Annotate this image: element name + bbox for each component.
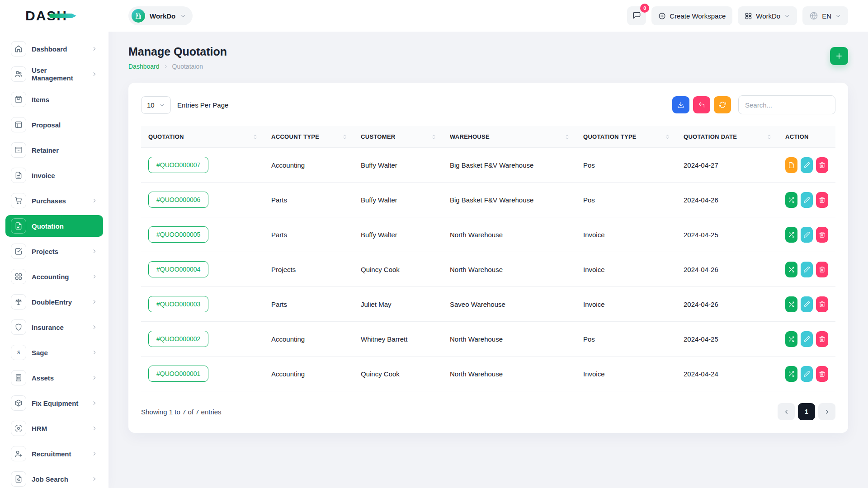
app-logo[interactable]: DASH [0,0,108,32]
warehouse-cell: North Warehouse [443,217,576,252]
column-header-warehouse[interactable]: WAREHOUSE [443,126,576,148]
search-input[interactable] [738,95,835,114]
delete-button[interactable] [816,366,828,382]
trash-icon [819,231,826,238]
sidebar-item-label: Proposal [32,121,61,129]
trash-icon [819,371,826,377]
sidebar-item-assets[interactable]: Assets [5,367,103,389]
workspace-switcher[interactable]: WorkDo [128,6,193,25]
export-button[interactable] [672,96,689,113]
table-row: #QUOO000004ProjectsQuincy CookNorth Ware… [141,252,835,287]
chevron-down-icon [784,13,790,19]
sort-icon[interactable] [430,133,437,140]
convert-button[interactable] [785,262,797,277]
sidebar-item-retainer[interactable]: Retainer [5,139,103,161]
sort-icon[interactable] [252,133,259,140]
customer-cell: Buffy Walter [354,217,443,252]
delete-button[interactable] [816,157,828,173]
sort-icon[interactable] [564,133,571,140]
sidebar: DASH DashboardUser ManagementItemsPropos… [0,0,108,488]
pagination-prev-button[interactable] [778,403,795,420]
sidebar-item-job-search[interactable]: Job Search [5,468,103,488]
svg-text:S: S [17,349,20,356]
sidebar-item-dashboard[interactable]: Dashboard [5,38,103,60]
sidebar-item-user-management[interactable]: User Management [5,63,103,85]
edit-button[interactable] [801,366,813,382]
quotation-number-link[interactable]: #QUOO000005 [148,226,208,243]
edit-button[interactable] [801,296,813,312]
pagination-next-button[interactable] [818,403,835,420]
workdo-menu-button[interactable]: WorkDo [738,6,797,25]
edit-button[interactable] [801,331,813,347]
edit-button[interactable] [801,262,813,277]
sidebar-item-label: Recruitment [32,450,71,458]
sort-icon[interactable] [341,133,348,140]
sidebar-item-purchases[interactable]: Purchases [5,190,103,211]
sidebar-item-sage[interactable]: SSage [5,342,103,363]
duplicate-button[interactable] [785,157,797,173]
warehouse-cell: North Warehouse [443,357,576,391]
convert-button[interactable] [785,296,797,312]
column-header-customer[interactable]: CUSTOMER [354,126,443,148]
chevron-down-icon [159,102,165,108]
delete-button[interactable] [816,262,828,277]
convert-button[interactable] [785,227,797,243]
column-header-account-type[interactable]: ACCOUNT TYPE [264,126,354,148]
sidebar-item-hrm[interactable]: HRM [5,418,103,439]
sort-icon[interactable] [766,133,773,140]
quotation-number-link[interactable]: #QUOO000003 [148,296,208,312]
quotation-type-cell: Pos [576,148,676,183]
column-header-quotation-date[interactable]: QUOTATION DATE [676,126,778,148]
edit-button[interactable] [801,227,813,243]
sidebar-item-items[interactable]: Items [5,89,103,110]
sidebar-item-invoice[interactable]: Invoice [5,164,103,186]
delete-button[interactable] [816,296,828,312]
sidebar-item-label: Insurance [32,324,64,331]
entries-per-page-label: Entries Per Page [177,101,228,109]
edit-button[interactable] [801,192,813,208]
undo-button[interactable] [693,96,710,113]
convert-button[interactable] [785,366,797,382]
sidebar-item-insurance[interactable]: Insurance [5,316,103,338]
sidebar-item-proposal[interactable]: Proposal [5,114,103,136]
create-workspace-button[interactable]: Create Workspace [651,6,732,25]
refresh-button[interactable] [714,96,731,113]
column-label: QUOTATION TYPE [583,133,637,140]
edit-icon [803,162,810,169]
table-row: #QUOO000006PartsBuffy WalterBig Basket F… [141,183,835,217]
sidebar-item-recruitment[interactable]: Recruitment [5,443,103,465]
delete-button[interactable] [816,331,828,347]
chevron-right-icon [91,425,98,432]
breadcrumb-item-dashboard[interactable]: Dashboard [128,63,160,70]
delete-button[interactable] [816,192,828,208]
quotation-number-link[interactable]: #QUOO000006 [148,192,208,208]
add-quotation-button[interactable] [830,47,848,65]
quotation-number-link[interactable]: #QUOO000007 [148,157,208,173]
sort-icon[interactable] [664,133,671,140]
shuffle-icon [788,231,795,238]
entries-per-page-select[interactable]: 10 [141,96,171,114]
convert-button[interactable] [785,331,797,347]
sidebar-item-quotation[interactable]: Quotation [5,215,103,237]
sidebar-item-projects[interactable]: Projects [5,240,103,262]
users-icon [11,66,26,82]
sidebar-item-accounting[interactable]: Accounting [5,266,103,287]
table-header-row: QUOTATIONACCOUNT TYPECUSTOMERWAREHOUSEQU… [141,126,835,148]
quotation-type-cell: Invoice [576,287,676,322]
language-selector[interactable]: EN [802,6,848,25]
convert-button[interactable] [785,192,797,208]
delete-button[interactable] [816,227,828,243]
chevron-right-icon [163,64,169,69]
quotation-number-link[interactable]: #QUOO000004 [148,261,208,277]
pagination-page-1[interactable]: 1 [798,403,815,420]
column-header-quotation-type[interactable]: QUOTATION TYPE [576,126,676,148]
edit-button[interactable] [801,157,813,173]
column-label: QUOTATION DATE [684,133,737,140]
quotation-number-link[interactable]: #QUOO000002 [148,331,208,347]
sidebar-item-fix-equipment[interactable]: Fix Equipment [5,392,103,414]
customer-cell: Quincy Cook [354,357,443,391]
messages-button[interactable]: 0 [627,6,646,25]
sidebar-item-doubleentry[interactable]: DoubleEntry [5,291,103,313]
quotation-number-link[interactable]: #QUOO000001 [148,366,208,382]
column-header-quotation[interactable]: QUOTATION [141,126,264,148]
